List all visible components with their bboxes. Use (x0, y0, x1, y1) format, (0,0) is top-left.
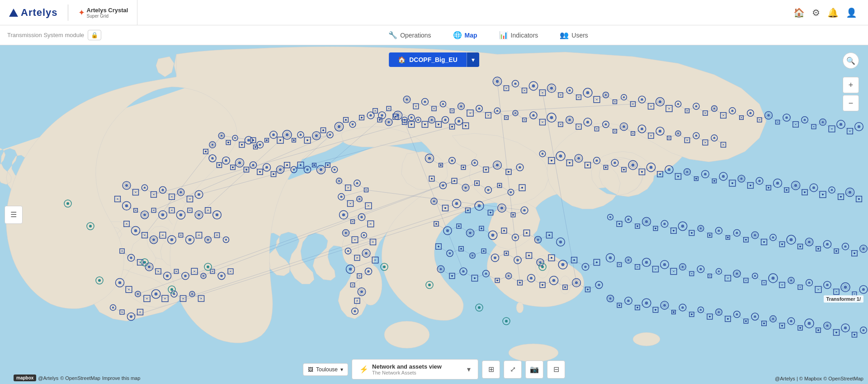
hamburger-icon: ☰ (10, 210, 17, 219)
scenario-dropdown-button[interactable]: ▾ (467, 52, 479, 67)
openstreetmap-text: © OpenStreetMap (60, 375, 100, 381)
attribution: mapbox @Artelys © OpenStreetMap Improve … (14, 375, 140, 381)
nav-users[interactable]: 👥 Users (556, 29, 592, 41)
zoom-in-button[interactable]: + (843, 77, 859, 93)
bell-icon[interactable]: 🔔 (827, 7, 839, 18)
mapbox-attribution: © Mapbox (799, 376, 822, 381)
network-view-button[interactable]: ⚡ Network and assets view The Network As… (352, 359, 478, 379)
collapse-button[interactable]: ⊟ (547, 360, 565, 379)
nav-users-label: Users (571, 32, 588, 39)
table-view-button[interactable]: ⊞ (482, 360, 500, 379)
artelys-attribution: @Artelys (775, 376, 795, 381)
svg-point-8 (516, 302, 524, 313)
logo-artelys[interactable]: Artelys (9, 7, 58, 19)
search-icon: 🔍 (846, 57, 855, 65)
crystal-logo[interactable]: ✦ Artelys Crystal Super Grid (78, 7, 128, 19)
nav-map[interactable]: 🌐 Map (449, 29, 481, 41)
svg-point-7 (560, 276, 571, 294)
network-lightning-icon: ⚡ (359, 365, 368, 374)
collapse-icon: ⊟ (553, 365, 559, 374)
module-label-area: Transmission System module 🔒 (0, 30, 108, 40)
module-title: Transmission System module (7, 32, 84, 38)
settings-icon[interactable]: ⚙ (812, 7, 820, 18)
nav-indicators-label: Indicators (511, 32, 538, 39)
header-right: 🏠 ⚙ 🔔 👤 (783, 7, 868, 18)
header: Artelys ✦ Artelys Crystal Super Grid 🏠 ⚙… (0, 0, 868, 25)
artelys-text: Artelys (21, 7, 58, 19)
toulouse-button[interactable]: 🖼 Toulouse ▾ (303, 363, 348, 376)
logo-divider (68, 5, 68, 21)
map-svg (0, 45, 868, 384)
side-panel-toggle[interactable]: ☰ (5, 206, 23, 224)
svg-point-2 (342, 233, 359, 265)
logo-area: Artelys ✦ Artelys Crystal Super Grid (0, 0, 137, 25)
scenario-label: DCOPF_Big_EU (409, 56, 458, 63)
expand-button[interactable]: ⤢ (504, 360, 522, 379)
network-view-sub: The Network Assets (372, 370, 442, 375)
svg-point-1 (359, 265, 382, 305)
expand-icon: ⤢ (510, 365, 516, 374)
nav-center: 🔧 Operations 🌐 Map 📊 Indicators 👥 Users (108, 29, 868, 41)
search-button[interactable]: 🔍 (843, 52, 859, 69)
map-controls: + − (843, 77, 859, 111)
toulouse-thumb-icon: 🖼 (308, 366, 313, 373)
improve-text: Improve this map (102, 375, 140, 381)
home-icon[interactable]: 🏠 (793, 7, 805, 18)
svg-point-6 (536, 256, 549, 278)
indicators-icon: 📊 (499, 31, 508, 39)
toulouse-arrow-icon: ▾ (340, 366, 343, 373)
network-view-label: Network and assets view (372, 363, 442, 370)
mapbox-logo: mapbox (14, 375, 36, 381)
scenario-home-icon: 🏠 (398, 56, 406, 63)
subheader: Transmission System module 🔒 🔧 Operation… (0, 25, 868, 45)
nav-operations-label: Operations (400, 32, 431, 39)
lock-button[interactable]: 🔒 (88, 30, 101, 40)
scenario-bar: 🏠 DCOPF_Big_EU ▾ (389, 52, 479, 67)
openstreetmap-attribution: © OpenStreetMap (823, 376, 863, 381)
nav-indicators[interactable]: 📊 Indicators (495, 29, 542, 41)
crystal-text-block: Artelys Crystal Super Grid (87, 7, 128, 19)
transformer-label: Transformer 1/ (824, 295, 863, 303)
attribution-text: @Artelys (38, 375, 58, 381)
users-icon: 👥 (560, 31, 569, 39)
map-globe-icon: 🌐 (453, 31, 462, 39)
nav-map-label: Map (465, 32, 477, 39)
lock-icon: 🔒 (91, 32, 98, 38)
crystal-star-icon: ✦ (78, 8, 85, 18)
screenshot-button[interactable]: 📷 (525, 360, 543, 379)
svg-point-5 (633, 332, 660, 346)
scenario-button[interactable]: 🏠 DCOPF_Big_EU (389, 52, 467, 67)
svg-point-3 (384, 321, 429, 348)
toulouse-label: Toulouse (316, 366, 338, 373)
network-view-dropdown-icon: ▾ (467, 365, 471, 374)
artelys-triangle-icon (9, 9, 18, 17)
nav-operations[interactable]: 🔧 Operations (385, 29, 434, 41)
zoom-out-button[interactable]: − (843, 95, 859, 111)
user-icon[interactable]: 👤 (846, 7, 857, 18)
network-view-text: Network and assets view The Network Asse… (372, 363, 442, 375)
bottom-bar: 🖼 Toulouse ▾ ⚡ Network and assets view T… (303, 359, 565, 379)
operations-icon: 🔧 (388, 31, 397, 39)
camera-icon: 📷 (530, 365, 539, 374)
table-icon: ⊞ (488, 365, 494, 374)
attribution-right: @Artelys | © Mapbox © OpenStreetMap (775, 376, 863, 381)
map-area[interactable]: 🏠 DCOPF_Big_EU ▾ 🔍 + − ☰ Transformer 1/ … (0, 45, 868, 384)
